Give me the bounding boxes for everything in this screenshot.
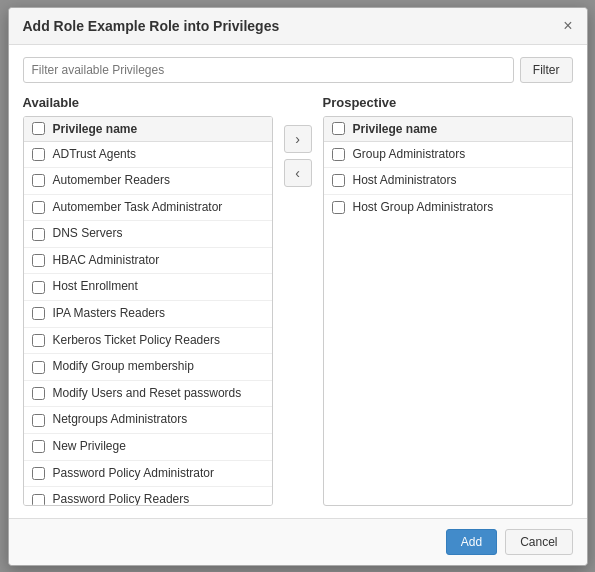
modal-footer: Add Cancel — [9, 518, 587, 565]
prospective-items-container: Group Administrators Host Administrators… — [324, 142, 572, 221]
prospective-item-checkbox[interactable] — [332, 201, 345, 214]
columns-row: Available Privilege name ADTrust Agents … — [23, 95, 573, 506]
available-item-label: Password Policy Administrator — [53, 466, 214, 482]
filter-button[interactable]: Filter — [520, 57, 573, 83]
available-list[interactable]: Privilege name ADTrust Agents Automember… — [23, 116, 273, 506]
prospective-header-label: Privilege name — [353, 122, 438, 136]
prospective-column-title: Prospective — [323, 95, 573, 110]
available-list-item[interactable]: ADTrust Agents — [24, 142, 272, 169]
available-items-container: ADTrust Agents Automember Readers Autome… — [24, 142, 272, 506]
available-item-label: DNS Servers — [53, 226, 123, 242]
arrow-column: › ‹ — [273, 95, 323, 187]
modal-overlay: Add Role Example Role into Privileges × … — [0, 0, 595, 572]
available-list-item[interactable]: Kerberos Ticket Policy Readers — [24, 328, 272, 355]
modal-header: Add Role Example Role into Privileges × — [9, 8, 587, 45]
available-list-item[interactable]: HBAC Administrator — [24, 248, 272, 275]
available-item-checkbox[interactable] — [32, 281, 45, 294]
available-item-label: Automember Task Administrator — [53, 200, 223, 216]
prospective-list-item[interactable]: Host Group Administrators — [324, 195, 572, 221]
available-item-checkbox[interactable] — [32, 148, 45, 161]
available-item-label: Password Policy Readers — [53, 492, 190, 505]
available-item-checkbox[interactable] — [32, 387, 45, 400]
available-item-checkbox[interactable] — [32, 467, 45, 480]
available-list-item[interactable]: Netgroups Administrators — [24, 407, 272, 434]
add-arrow-button[interactable]: › — [284, 125, 312, 153]
modal-title: Add Role Example Role into Privileges — [23, 18, 280, 34]
prospective-item-checkbox[interactable] — [332, 148, 345, 161]
available-item-label: Automember Readers — [53, 173, 170, 189]
modal-body: Filter Available Privilege name ADTrust … — [9, 45, 587, 518]
available-item-label: Kerberos Ticket Policy Readers — [53, 333, 220, 349]
prospective-item-label: Host Administrators — [353, 173, 457, 189]
prospective-item-label: Group Administrators — [353, 147, 466, 163]
prospective-list-header: Privilege name — [324, 117, 572, 142]
available-item-label: ADTrust Agents — [53, 147, 137, 163]
prospective-list-item[interactable]: Host Administrators — [324, 168, 572, 195]
available-item-checkbox[interactable] — [32, 414, 45, 427]
available-item-checkbox[interactable] — [32, 440, 45, 453]
available-list-item[interactable]: Modify Users and Reset passwords — [24, 381, 272, 408]
available-column-title: Available — [23, 95, 273, 110]
add-button[interactable]: Add — [446, 529, 497, 555]
close-button[interactable]: × — [563, 18, 572, 34]
available-item-checkbox[interactable] — [32, 307, 45, 320]
available-list-item[interactable]: New Privilege — [24, 434, 272, 461]
prospective-column: Prospective Privilege name Group Adminis… — [323, 95, 573, 506]
prospective-item-checkbox[interactable] — [332, 174, 345, 187]
filter-input[interactable] — [23, 57, 514, 83]
prospective-list-item[interactable]: Group Administrators — [324, 142, 572, 169]
available-list-item[interactable]: Automember Task Administrator — [24, 195, 272, 222]
available-item-label: New Privilege — [53, 439, 126, 455]
available-list-header: Privilege name — [24, 117, 272, 142]
available-list-item[interactable]: Modify Group membership — [24, 354, 272, 381]
prospective-item-label: Host Group Administrators — [353, 200, 494, 216]
available-list-item[interactable]: Host Enrollment — [24, 274, 272, 301]
available-list-item[interactable]: Automember Readers — [24, 168, 272, 195]
available-item-checkbox[interactable] — [32, 228, 45, 241]
available-item-label: Netgroups Administrators — [53, 412, 188, 428]
prospective-select-all-checkbox[interactable] — [332, 122, 345, 135]
available-item-checkbox[interactable] — [32, 361, 45, 374]
dialog: Add Role Example Role into Privileges × … — [8, 7, 588, 566]
prospective-list[interactable]: Privilege name Group Administrators Host… — [323, 116, 573, 506]
available-item-checkbox[interactable] — [32, 201, 45, 214]
available-list-item[interactable]: IPA Masters Readers — [24, 301, 272, 328]
available-list-item[interactable]: Password Policy Administrator — [24, 461, 272, 488]
available-item-checkbox[interactable] — [32, 254, 45, 267]
filter-row: Filter — [23, 57, 573, 83]
available-item-label: IPA Masters Readers — [53, 306, 166, 322]
available-list-item[interactable]: Password Policy Readers — [24, 487, 272, 505]
available-list-item[interactable]: DNS Servers — [24, 221, 272, 248]
available-select-all-checkbox[interactable] — [32, 122, 45, 135]
available-item-label: HBAC Administrator — [53, 253, 160, 269]
available-item-label: Modify Group membership — [53, 359, 194, 375]
available-item-checkbox[interactable] — [32, 334, 45, 347]
available-item-checkbox[interactable] — [32, 174, 45, 187]
remove-arrow-button[interactable]: ‹ — [284, 159, 312, 187]
available-item-label: Modify Users and Reset passwords — [53, 386, 242, 402]
available-item-checkbox[interactable] — [32, 494, 45, 506]
available-header-label: Privilege name — [53, 122, 138, 136]
available-item-label: Host Enrollment — [53, 279, 138, 295]
cancel-button[interactable]: Cancel — [505, 529, 572, 555]
available-column: Available Privilege name ADTrust Agents … — [23, 95, 273, 506]
